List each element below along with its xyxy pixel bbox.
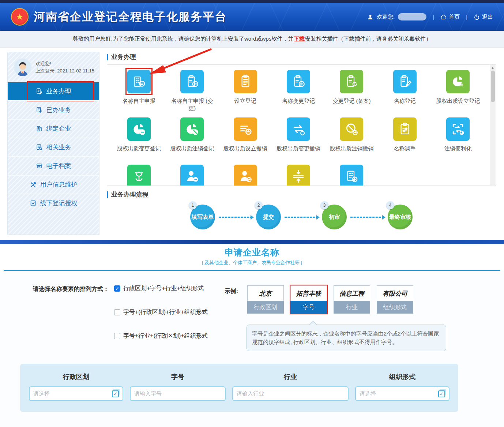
checkbox[interactable]	[114, 333, 120, 339]
service-tile-equity-pledge-establishment-revoke[interactable]: 股权出质设立撤销	[219, 117, 272, 160]
trade-name-input[interactable]	[130, 386, 226, 401]
pie-chart-icon	[446, 70, 470, 93]
national-emblem-icon: ★	[11, 8, 29, 26]
doc-search-icon	[36, 144, 43, 151]
clipboard-pencil-icon	[393, 70, 417, 93]
arrange-option-1[interactable]: 行政区划+字号+行业+组织形式	[114, 285, 208, 292]
doc-check-icon	[36, 106, 43, 113]
service-tile-partial-3[interactable]	[219, 164, 272, 186]
example-admin-division: 北京 行政区划	[247, 285, 285, 314]
service-tile-partial-4[interactable]	[272, 164, 325, 186]
sidebar-item-related-business[interactable]: 相关业务	[8, 138, 99, 156]
service-tile-equity-pledge-change-revoke[interactable]: 股权出质变更撤销	[272, 117, 325, 160]
example-org-form: 有限公司 组织形式	[376, 285, 414, 314]
merge-arrows-icon	[287, 165, 310, 186]
doc-pencil-icon	[36, 88, 43, 95]
sidebar-item-business-handling[interactable]: 业务办理	[8, 82, 99, 100]
flow-step-submit: 2 提交	[256, 205, 281, 229]
circle-slash-icon	[340, 117, 363, 141]
sidebar-item-user-info-maintenance[interactable]: 用户信息维护	[8, 175, 99, 194]
service-tile-establishment-registration[interactable]: 设立登记	[219, 69, 272, 112]
scrollbar[interactable]: ▲	[490, 65, 495, 185]
section-divider-band	[0, 240, 504, 244]
clipboard-lines-icon	[234, 70, 257, 93]
example-trade-name: 拓普丰联 字号	[290, 285, 328, 314]
redacted-username	[398, 13, 426, 20]
flow-arrow	[285, 217, 318, 218]
home-link[interactable]: 首页	[440, 14, 460, 20]
tag-check-icon	[30, 200, 37, 207]
clipboard-minus-icon	[287, 70, 310, 93]
power-icon	[474, 14, 480, 20]
sidebar-item-electronic-archive[interactable]: 电子档案	[8, 156, 99, 175]
system-notice: 尊敬的用户您好,为了您能正常使用此系统，请确保您的计算机上安装了word或wps…	[0, 31, 504, 48]
flow-arrow	[219, 217, 252, 218]
service-tile-equity-pledge-cancellation-revoke[interactable]: 股权出质注销撤销	[325, 117, 378, 160]
org-form-picker-icon[interactable]: ✓	[438, 389, 447, 398]
person-undo-icon	[234, 165, 257, 186]
flow-section-header: 业务办理流程	[107, 190, 496, 199]
org-form-input[interactable]	[355, 386, 450, 401]
doc-plus-icon	[340, 165, 363, 186]
service-tile-equity-pledge-establishment[interactable]: 股权出质设立登记	[432, 69, 485, 112]
checkbox[interactable]	[114, 309, 120, 315]
field-label-trade-name: 字号	[130, 372, 226, 381]
user-profile: 欢迎您! 上次登录: 2021-12-02 11:15	[8, 52, 99, 82]
logout-link[interactable]: 退出	[474, 14, 493, 20]
tools-icon	[30, 181, 37, 188]
sidebar-item-bind-enterprise[interactable]: 绑定企业	[8, 119, 99, 138]
welcome-text: 欢迎您,	[377, 14, 395, 20]
top-accent-bar	[0, 0, 504, 3]
clipboard-sliders-icon	[393, 117, 417, 141]
flow-step-initial-review: 3 初审	[322, 205, 347, 229]
app-header: ★ 河南省企业登记全程电子化服务平台 欢迎您, | 首页 | 退出	[0, 3, 504, 31]
service-tile-equity-pledge-cancellation[interactable]: 股权出质注销登记	[165, 117, 218, 160]
service-tile-name-adjustment[interactable]: 名称调整	[378, 117, 431, 160]
service-tile-cancellation-facilitation[interactable]: 注销便利化	[432, 117, 485, 160]
service-tile-partial-2[interactable]	[165, 164, 218, 186]
service-tile-name-self-declaration-change[interactable]: 名称自主申报 (变更)	[165, 69, 218, 112]
archive-icon	[36, 162, 43, 169]
example-industry: 信息工程 行业	[333, 285, 371, 314]
avatar	[14, 58, 32, 76]
process-flow: 1 填写表单 2 提交 3 初审 4 最终审核	[107, 205, 496, 229]
example-area: 示例: 北京 行政区划 拓普丰联 字号 信息工程 行业 有限	[225, 285, 446, 351]
arrows-swap-icon	[287, 117, 310, 141]
service-tile-change-registration-filing[interactable]: 变更登记 (备案)	[325, 69, 378, 112]
arrange-option-2[interactable]: 字号+(行政区划)+行业+组织形式	[114, 308, 208, 316]
sidebar-welcome: 欢迎您!	[35, 60, 94, 67]
field-label-admin-division: 行政区划	[29, 372, 123, 381]
service-tile-name-registration[interactable]: 名称登记	[378, 69, 431, 112]
home-icon	[440, 14, 447, 20]
download-link[interactable]: 下载	[294, 35, 305, 42]
field-label-industry: 行业	[232, 372, 349, 381]
arrange-option-3[interactable]: 字号+行业+(行政区划)+组织形式	[114, 332, 208, 340]
services-grid: 名称自主申报 名称自主申报 (变更) 设立登记 名称变更登记 变更登记 (备案)	[107, 64, 496, 186]
flow-arrow	[350, 217, 384, 218]
apply-title: 申请企业名称	[0, 247, 504, 258]
sidebar-item-completed-business[interactable]: 已办业务	[8, 100, 99, 119]
person-minus-icon	[180, 165, 204, 186]
trade-name-tooltip: 字号是企业之间区分的标志，企业名称中的字号应当由2个或2个以上符合国家规范的汉字…	[247, 325, 446, 351]
pie-slash-icon	[180, 117, 204, 141]
admin-division-input[interactable]	[29, 386, 123, 401]
service-tile-partial-1[interactable]	[112, 164, 165, 186]
industry-input[interactable]	[232, 386, 349, 401]
service-tile-name-self-declaration[interactable]: 名称自主申报	[112, 69, 165, 112]
flow-step-final-review: 4 最终审核	[388, 205, 413, 229]
service-tile-name-change-registration[interactable]: 名称变更登记	[272, 69, 325, 112]
clipboard-minus-icon	[180, 70, 204, 93]
flower-icon	[127, 165, 151, 186]
service-tile-equity-pledge-change[interactable]: 股权出质变更登记	[112, 117, 165, 160]
flow-step-fill-form: 1 填写表单	[190, 205, 215, 229]
arrange-label: 请选择名称要素的排列方式：	[33, 285, 109, 351]
service-tile-partial-5[interactable]	[325, 164, 378, 186]
checkbox[interactable]	[114, 285, 120, 292]
sidebar-item-offline-registration-auth[interactable]: 线下登记授权	[8, 194, 99, 212]
admin-division-picker-icon[interactable]: ✓	[112, 389, 121, 398]
scroll-up-icon[interactable]: ▲	[490, 65, 495, 70]
pie-minus-icon	[127, 117, 151, 141]
scrollbar-thumb[interactable]	[491, 71, 495, 102]
last-login: 上次登录: 2021-12-02 11:15	[35, 67, 94, 75]
lines-undo-icon	[234, 117, 257, 141]
